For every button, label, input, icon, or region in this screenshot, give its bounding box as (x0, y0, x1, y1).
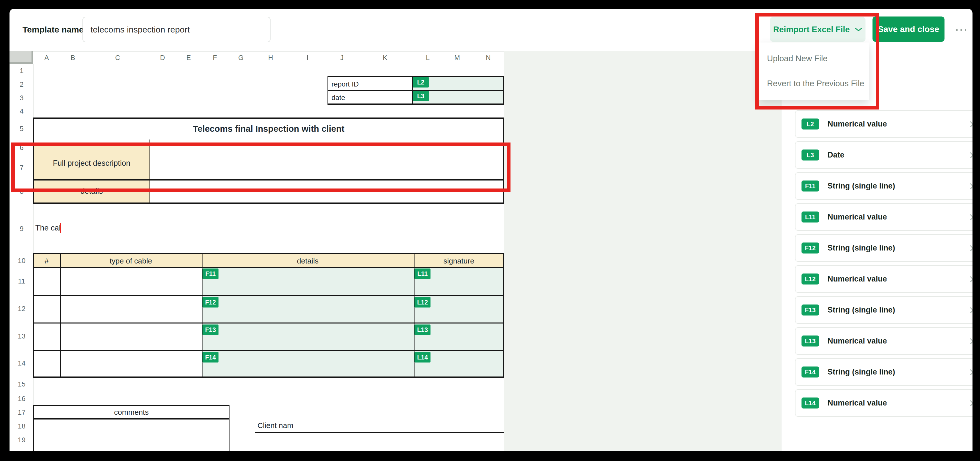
field-type-label: String (single line) (827, 367, 969, 377)
field-type-label: String (single line) (827, 243, 969, 253)
frame-left (0, 0, 10, 461)
column-header-I[interactable]: I (288, 51, 328, 64)
annotation-box-rows-6-7 (11, 143, 511, 192)
field-badge-L13: L13 (802, 335, 819, 347)
row-header-13[interactable]: 13 (10, 323, 34, 350)
column-header-F[interactable]: F (202, 51, 228, 64)
cell-badge-F12[interactable]: F12 (202, 297, 218, 307)
row-header-3[interactable]: 3 (10, 91, 34, 105)
field-type-label: Numerical value (827, 213, 969, 221)
field-badge-F11: F11 (802, 181, 819, 191)
field-card-L12[interactable]: L12Numerical value› (795, 265, 980, 293)
field-badge-F12: F12 (802, 243, 819, 253)
date-cell[interactable]: date (331, 92, 407, 103)
column-header-L[interactable]: L (414, 51, 442, 64)
sheet-title-cell: Telecoms final Inspection with client (33, 118, 504, 140)
field-badge-L2: L2 (802, 119, 819, 129)
row-header-1[interactable]: 1 (10, 64, 34, 78)
cell-badge-L11[interactable]: L11 (415, 269, 431, 279)
comments-cell[interactable]: comments (33, 406, 229, 418)
column-header-C[interactable]: C (86, 51, 150, 64)
table-header-type-of-cable: type of cable (60, 255, 202, 267)
cell-badge-F14[interactable]: F14 (202, 352, 218, 362)
field-card-L14[interactable]: L14Numerical value› (795, 389, 980, 417)
cell-badge-L3[interactable]: L3 (413, 91, 429, 101)
row-header-2[interactable]: 2 (10, 78, 34, 92)
column-header-K[interactable]: K (356, 51, 414, 64)
spreadsheet-preview (10, 51, 504, 451)
template-name-input[interactable]: telecoms inspection report (83, 17, 270, 42)
table-header-details: details (202, 255, 414, 267)
cell-badge-L12[interactable]: L12 (415, 297, 431, 307)
template-name-label: Template name (22, 24, 84, 35)
row-header-19[interactable]: 19 (10, 433, 34, 447)
column-header-J[interactable]: J (328, 51, 356, 64)
column-header-D[interactable]: D (150, 51, 176, 64)
cell-badge-L2[interactable]: L2 (413, 77, 429, 87)
field-card-F12[interactable]: F12String (single line)› (795, 234, 980, 262)
field-type-label: Date (827, 151, 969, 159)
field-card-F11[interactable]: F11String (single line)› (795, 172, 980, 200)
field-badge-F14: F14 (802, 367, 819, 377)
client-name-cell[interactable]: Client nam (258, 421, 293, 431)
table-header-signature: signature (414, 255, 504, 267)
row-header-10[interactable]: 10 (10, 254, 34, 268)
row-header-12[interactable]: 12 (10, 295, 34, 323)
field-card-L3[interactable]: L3Date› (795, 141, 980, 169)
field-card-F14[interactable]: F14String (single line)› (795, 358, 980, 386)
field-type-label: Numerical value (827, 337, 969, 345)
more-menu-icon[interactable]: ⋯ (953, 22, 970, 37)
row-header-15[interactable]: 15 (10, 377, 34, 392)
row-header-9[interactable]: 9 (10, 204, 34, 254)
row-header-11[interactable]: 11 (10, 267, 34, 295)
field-badge-L11: L11 (802, 211, 819, 223)
field-type-label: String (single line) (827, 305, 969, 315)
column-header-G[interactable]: G (228, 51, 254, 64)
row-header-14[interactable]: 14 (10, 350, 34, 377)
report-id-cell[interactable]: report ID (331, 78, 407, 90)
field-badge-L12: L12 (802, 273, 819, 285)
cell-badge-L14[interactable]: L14 (415, 352, 431, 362)
column-header-M[interactable]: M (442, 51, 473, 64)
sheet-corner-cell[interactable] (10, 51, 33, 64)
column-header-B[interactable]: B (60, 51, 86, 64)
field-type-label: Numerical value (827, 119, 969, 129)
frame-right (972, 0, 980, 461)
row-header-18[interactable]: 18 (10, 419, 34, 433)
cell-badge-F11[interactable]: F11 (202, 269, 218, 279)
cell-badge-L13[interactable]: L13 (415, 324, 431, 335)
table-header-number: # (33, 255, 60, 267)
field-type-label: String (single line) (827, 181, 969, 191)
field-badge-L3: L3 (802, 149, 819, 161)
field-type-label: Numerical value (827, 399, 969, 407)
cell-badge-F13[interactable]: F13 (202, 324, 218, 335)
field-card-F13[interactable]: F13String (single line)› (795, 296, 980, 324)
row-header-4[interactable]: 4 (10, 105, 34, 118)
field-badge-L14: L14 (802, 397, 819, 409)
row-header-5[interactable]: 5 (10, 118, 34, 140)
column-header-H[interactable]: H (254, 51, 288, 64)
frame-bottom (0, 451, 980, 461)
save-button-label: Save and close (878, 24, 939, 34)
save-and-close-button[interactable]: Save and close (872, 16, 945, 42)
row-header-17[interactable]: 17 (10, 405, 34, 420)
column-header-N[interactable]: N (473, 51, 504, 64)
field-card-L13[interactable]: L13Numerical value› (795, 327, 980, 355)
field-card-L11[interactable]: L11Numerical value› (795, 203, 980, 231)
row-header-16[interactable]: 16 (10, 392, 34, 406)
text-cursor-icon (60, 223, 61, 233)
field-badge-F13: F13 (802, 305, 819, 315)
frame-top (0, 0, 980, 9)
column-header-A[interactable]: A (33, 51, 60, 64)
field-card-L2[interactable]: L2Numerical value› (795, 110, 980, 138)
field-type-label: Numerical value (827, 275, 969, 283)
column-header-E[interactable]: E (175, 51, 202, 64)
row9-text-cell[interactable]: The cal (35, 223, 61, 234)
annotation-box-reimport (755, 13, 879, 110)
